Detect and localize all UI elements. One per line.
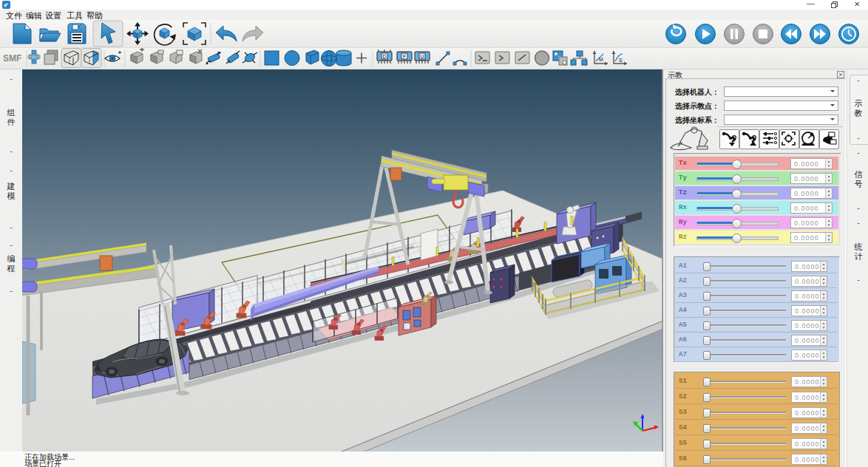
- svg-text:S: S: [619, 58, 623, 63]
- svg-text:M: M: [599, 57, 603, 62]
- svg-text:U: U: [421, 54, 424, 59]
- svg-text:F: F: [403, 54, 406, 59]
- svg-text:SMF: SMF: [3, 53, 21, 64]
- svg-text:D: D: [383, 54, 387, 59]
